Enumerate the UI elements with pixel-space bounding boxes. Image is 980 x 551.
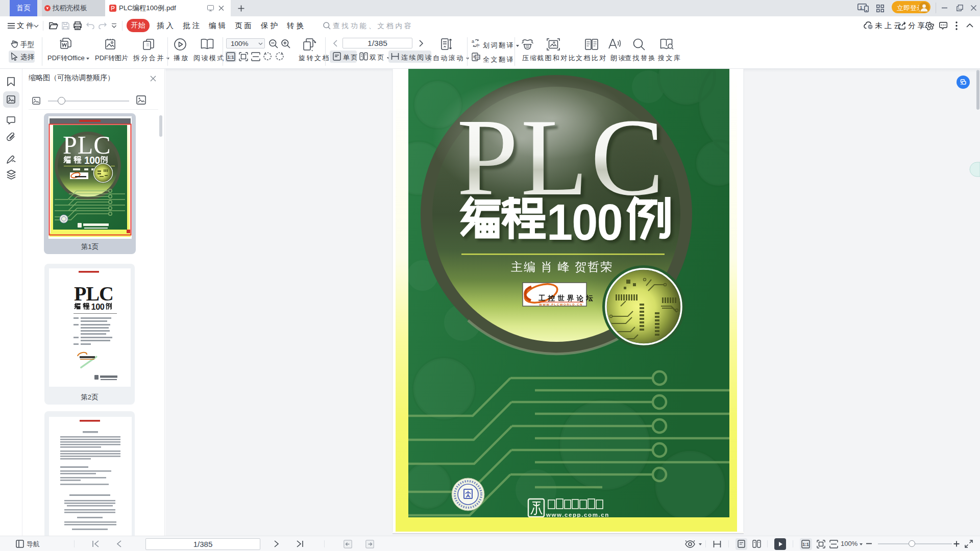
svg-text:1: 1 [860,5,862,10]
svg-text:主编 肖 峰 贺哲荣: 主编 肖 峰 贺哲荣 [511,260,613,273]
svg-text:a: a [473,55,475,58]
svg-text:1:1: 1:1 [802,542,809,547]
svg-text:中: 中 [476,55,480,60]
svg-text:100: 100 [84,155,100,166]
svg-text:中: 中 [476,43,480,47]
svg-text:a: a [472,39,474,44]
svg-text:1:1: 1:1 [227,55,234,60]
svg-text:工控世界论坛: 工控世界论坛 [538,294,596,302]
svg-text:100: 100 [547,193,622,250]
svg-text:100: 100 [91,302,105,312]
svg-text:www.cepp.com.cn: www.cepp.com.cn [546,512,609,518]
svg-text:WWW.PLCWORLD.CN: WWW.PLCWORLD.CN [539,303,583,306]
